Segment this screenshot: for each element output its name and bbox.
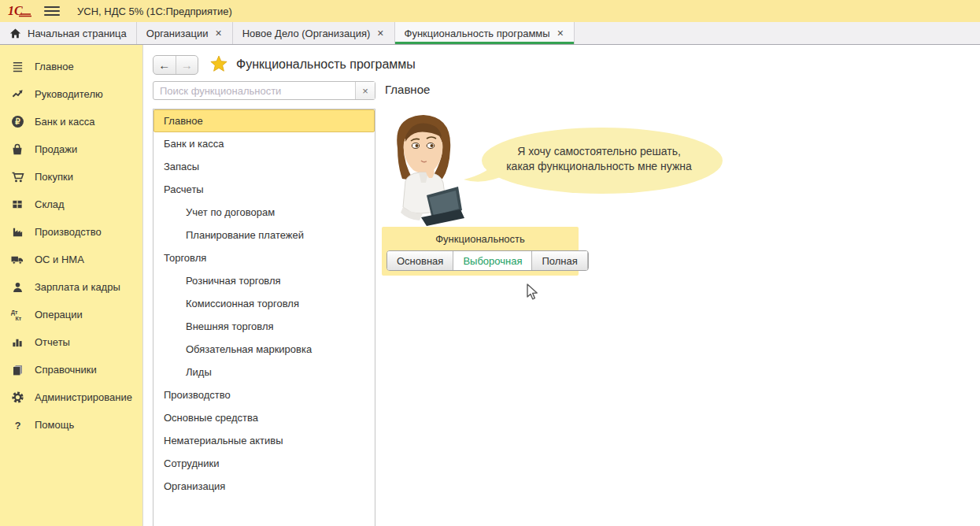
sidebar-item[interactable]: Продажи	[0, 135, 142, 163]
list-item[interactable]: Запасы	[153, 155, 375, 178]
tab[interactable]: Начальная страница	[0, 22, 137, 44]
list-item[interactable]: Комиссионная торговля	[153, 292, 375, 315]
list-item-label: Розничная торговля	[186, 275, 281, 287]
tab-label: Новое Дело (Организация)	[242, 28, 371, 39]
tab-close-icon[interactable]: ×	[214, 28, 222, 39]
sidebar-item[interactable]: Склад	[0, 191, 142, 218]
functionality-label: Функциональность	[382, 227, 579, 245]
sidebar-item-label: Покупки	[35, 171, 73, 183]
sidebar-item-label: Склад	[35, 198, 65, 210]
list-item[interactable]: Обязательная маркировка	[153, 338, 375, 361]
functionality-panel: Функциональность ОсновнаяВыборочнаяПолна…	[382, 227, 579, 276]
list-item[interactable]: Учет по договорам	[153, 201, 375, 224]
functionality-options-group: ОсновнаяВыборочнаяПолная	[386, 250, 589, 271]
sidebar-item[interactable]: Покупки	[0, 163, 142, 191]
list-item[interactable]: Банк и касса	[153, 132, 375, 155]
sidebar-item-label: Помощь	[35, 419, 74, 431]
tab-close-icon[interactable]: ×	[376, 28, 384, 39]
functionality-sections-list: Главное Банк и касса Запасы Расчеты Учет…	[153, 109, 375, 526]
list-item[interactable]: Нематериальные активы	[153, 429, 375, 452]
list-item[interactable]: Лиды	[153, 361, 375, 383]
functionality-option-button[interactable]: Выборочная	[453, 251, 532, 270]
functionality-option-button[interactable]: Основная	[387, 251, 453, 270]
list-item-label: Сотрудники	[164, 457, 219, 469]
truck-icon	[10, 253, 24, 267]
1c-logo: 1С	[8, 4, 33, 18]
gear-icon	[10, 391, 24, 405]
list-item-label: Производство	[164, 389, 231, 401]
list-item-label: Нематериальные активы	[164, 435, 283, 446]
list-item[interactable]: Сотрудники	[153, 452, 375, 475]
tab[interactable]: Новое Дело (Организация) ×	[233, 22, 395, 44]
sidebar-item[interactable]: Руководителю	[0, 80, 142, 108]
tab[interactable]: Организации ×	[137, 22, 233, 44]
list-item-label: Торговля	[164, 252, 206, 264]
svg-text:Дт: Дт	[11, 309, 18, 316]
list-item-label: Лиды	[186, 366, 212, 378]
list-item-label: Планирование платежей	[186, 229, 304, 241]
sidebar-item[interactable]: Главное	[0, 53, 142, 80]
list-item[interactable]: Внешняя торговля	[153, 315, 375, 338]
sidebar-item-label: ОС и НМА	[35, 254, 84, 265]
sidebar-item[interactable]: Отчеты	[0, 328, 142, 356]
svg-text:?: ?	[14, 420, 20, 431]
list-item[interactable]: Производство	[153, 383, 375, 406]
sidebar-item[interactable]: Производство	[0, 218, 142, 246]
books-icon	[10, 363, 24, 377]
list-item[interactable]: Планирование платежей	[153, 224, 375, 246]
back-button[interactable]: ←	[153, 56, 176, 74]
functionality-option-button[interactable]: Полная	[532, 251, 587, 270]
content-area: ← → Функциональность программы × Главное…	[143, 45, 980, 526]
list-item-label: Комиссионная торговля	[186, 298, 299, 309]
list-item-label: Организация	[164, 480, 225, 492]
sidebar-item[interactable]: Зарплата и кадры	[0, 273, 142, 301]
list-item[interactable]: Расчеты	[153, 178, 375, 201]
sidebar-item-label: Операции	[35, 309, 83, 320]
svg-text:1С: 1С	[8, 4, 23, 17]
sidebar-item-label: Зарплата и кадры	[35, 281, 120, 293]
sidebar-item[interactable]: Справочники	[0, 356, 142, 383]
sidebar-item-label: Продажи	[35, 143, 77, 155]
menu-icon	[10, 60, 24, 74]
list-item-label: Внешняя торговля	[186, 320, 274, 332]
speech-bubble-line1: Я хочу самостоятельно решать,	[517, 144, 681, 159]
svg-text:Кт: Кт	[16, 316, 22, 321]
list-item[interactable]: Основные средства	[153, 406, 375, 429]
list-item[interactable]: Главное	[153, 109, 375, 132]
chart-icon	[10, 335, 24, 350]
main-menu-icon[interactable]	[44, 5, 60, 17]
sidebar-item[interactable]: ₽ Банк и касса	[0, 108, 142, 135]
list-item-label: Обязательная маркировка	[186, 343, 312, 355]
main-sections-sidebar: Главное Руководителю ₽ Банк и касса Прод…	[0, 45, 143, 526]
bag-icon	[10, 143, 24, 157]
search-input[interactable]	[153, 82, 355, 99]
sidebar-item[interactable]: Администрирование	[0, 383, 142, 411]
sidebar-item-label: Отчеты	[35, 336, 70, 348]
forward-button[interactable]: →	[176, 56, 198, 74]
favorite-star-icon[interactable]	[210, 55, 227, 75]
list-item-label: Расчеты	[164, 183, 204, 195]
list-item[interactable]: Розничная торговля	[153, 269, 375, 292]
cart-icon	[10, 170, 24, 184]
sidebar-item-label: Банк и касса	[35, 116, 95, 128]
sidebar-item[interactable]: ДтКт Операции	[0, 301, 142, 328]
speech-bubble-line2: какая функциональность мне нужна	[506, 159, 692, 174]
assistant-character-illustration	[382, 110, 465, 227]
svg-text:₽: ₽	[15, 117, 20, 126]
list-item[interactable]: Организация	[153, 475, 375, 498]
tab[interactable]: Функциональность программы ×	[395, 22, 575, 44]
sidebar-item[interactable]: ОС и НМА	[0, 246, 142, 273]
sidebar-item-label: Производство	[35, 226, 102, 238]
tab-label: Функциональность программы	[405, 28, 550, 39]
tab-close-icon[interactable]: ×	[557, 28, 564, 39]
list-item[interactable]: Торговля	[153, 246, 375, 269]
history-nav: ← →	[153, 55, 198, 75]
ruble-icon: ₽	[10, 115, 24, 129]
sidebar-item[interactable]: ? Помощь	[0, 411, 142, 439]
search-clear-icon[interactable]: ×	[355, 82, 375, 99]
factory-icon	[10, 225, 24, 239]
page-title: Функциональность программы	[236, 57, 416, 72]
dtkt-icon: ДтКт	[10, 308, 24, 322]
sidebar-item-label: Главное	[35, 61, 74, 72]
window-title: УСН, НДС 5% (1С:Предприятие)	[77, 6, 232, 17]
